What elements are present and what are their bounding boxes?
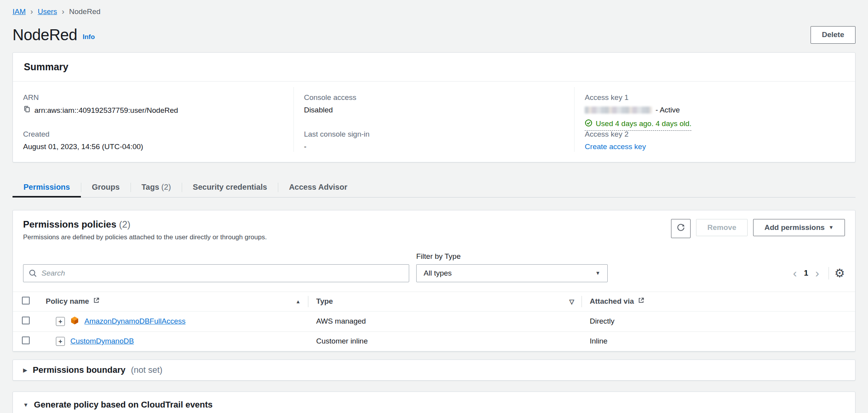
expand-row-icon[interactable]: + [56,317,65,326]
policies-actions: Remove Add permissions ▼ [671,219,845,239]
refresh-button[interactable] [671,219,691,239]
expand-row-icon[interactable]: + [56,337,65,346]
column-header-type[interactable]: Type [316,297,333,306]
search-icon [29,269,37,279]
add-permissions-button[interactable]: Add permissions ▼ [753,219,845,237]
created-value: August 01, 2023, 14:56 (UTC-04:00) [23,142,283,152]
previous-page-button[interactable]: ‹ [789,267,801,279]
breadcrumb-current: NodeRed [69,7,100,16]
breadcrumb-link-iam[interactable]: IAM [13,7,26,16]
triangle-down-icon: ▼ [23,402,29,408]
delete-user-button[interactable]: Delete [811,26,855,44]
column-header-policy-name[interactable]: Policy name [46,297,89,306]
aws-managed-policy-icon [70,316,79,327]
select-all-checkbox[interactable] [22,297,30,304]
breadcrumb: IAM › Users › NodeRed [13,7,855,16]
row-checkbox[interactable] [22,336,30,344]
table-header-row: Policy name ▲ [13,292,855,311]
tab-access-advisor[interactable]: Access Advisor [278,179,358,197]
policy-type-cell: AWS managed [308,311,582,331]
summary-card-header: Summary [13,53,855,82]
filter-by-type-label: Filter by Type [416,252,608,261]
access-key-2-label: Access key 2 [585,130,845,139]
permissions-boundary-status: (not set) [131,365,163,375]
breadcrumb-separator-icon: › [30,7,33,16]
access-key-1-redacted-value [585,107,652,114]
policies-table: Policy name ▲ [13,292,855,351]
console-access-label: Console access [304,93,564,102]
external-link-icon [93,297,100,306]
breadcrumb-link-users[interactable]: Users [38,7,57,16]
create-access-key-link[interactable]: Create access key [585,142,646,151]
page-header: NodeRed Info Delete [13,26,855,44]
arn-value: arn:aws:iam::409192537759:user/NodeRed [34,105,178,116]
access-key-usage-status[interactable]: Used 4 days ago. 4 days old. [585,119,691,131]
user-detail-tabs: Permissions Groups Tags (2) Security cre… [13,179,855,198]
current-page-number[interactable]: 1 [801,269,811,278]
summary-title: Summary [24,61,844,73]
created-field: Created August 01, 2023, 14:56 (UTC-04:0… [23,124,283,152]
last-signin-field: Last console sign-in - [304,124,564,152]
policies-header: Permissions policies (2) Permissions are… [13,210,855,241]
page-title: NodeRed [13,26,77,44]
policies-count: (2) [119,219,130,230]
info-link[interactable]: Info [83,33,95,41]
tab-security-credentials[interactable]: Security credentials [182,179,278,197]
iam-user-detail-page: IAM › Users › NodeRed NodeRed Info Delet… [0,0,868,413]
created-label: Created [23,130,283,139]
pagination-divider [829,267,829,279]
policies-filter-row: Filter by Type All types ▼ ‹ 1 › ⚙ [13,241,855,288]
policy-search-input[interactable] [23,264,409,282]
access-key-1-state: - Active [655,105,680,115]
table-settings-gear-icon[interactable]: ⚙ [834,267,845,279]
policy-attached-via-cell: Inline [582,331,855,351]
policy-type-cell: Customer inline [308,331,582,351]
permissions-boundary-card[interactable]: ▶ Permissions boundary (not set) [13,360,855,381]
summary-card: Summary ARN arn:aws:iam::409192537759:us… [13,52,855,162]
tab-tags[interactable]: Tags (2) [131,179,182,197]
generate-policy-header[interactable]: ▼ Generate policy based on CloudTrail ev… [23,400,845,410]
arn-field: ARN arn:aws:iam::409192537759:user/NodeR… [23,87,283,124]
generate-policy-card: ▼ Generate policy based on CloudTrail ev… [13,392,855,413]
copy-icon[interactable] [23,105,31,116]
policies-description: Permissions are defined by policies atta… [23,233,267,241]
policy-link[interactable]: CustomDymanoDB [70,337,134,345]
summary-column-3: Access key 1 - Active [574,87,855,152]
pagination: ‹ 1 › ⚙ [789,267,845,279]
triangle-right-icon[interactable]: ▶ [23,367,27,373]
refresh-icon [677,223,685,234]
breadcrumb-separator-icon: › [62,7,64,16]
tab-groups[interactable]: Groups [81,179,131,197]
caret-down-icon: ▼ [829,224,834,231]
external-link-icon [638,297,644,306]
arn-label: ARN [23,93,283,102]
last-signin-label: Last console sign-in [304,130,564,139]
last-signin-value: - [304,142,564,152]
policies-title: Permissions policies (2) [23,219,267,230]
remove-policy-button[interactable]: Remove [696,219,748,237]
access-key-1-label: Access key 1 [585,93,845,102]
column-header-attached-via[interactable]: Attached via [590,297,634,306]
table-row: + CustomDymanoDB Customer inline Inline [13,331,855,351]
tab-permissions[interactable]: Permissions [13,179,81,197]
console-access-field: Console access Disabled [304,87,564,124]
column-filter-icon[interactable]: ▽ [569,298,574,305]
row-checkbox[interactable] [22,317,30,324]
summary-column-1: ARN arn:aws:iam::409192537759:user/NodeR… [13,87,294,152]
policy-attached-via-cell: Directly [582,311,855,331]
console-access-value: Disabled [304,105,564,115]
permissions-boundary-title: Permissions boundary [33,365,125,375]
check-circle-icon [585,119,592,129]
next-page-button[interactable]: › [811,267,823,279]
caret-down-icon: ▼ [595,270,600,276]
access-key-1-field: Access key 1 - Active [585,87,845,124]
type-filter-select[interactable]: All types ▼ [416,264,608,282]
summary-column-2: Console access Disabled Last console sig… [294,87,574,152]
permissions-policies-card: Permissions policies (2) Permissions are… [13,210,855,352]
table-row: + AmazonDynamoDBFullAccess AWS [13,311,855,331]
policy-link[interactable]: AmazonDynamoDBFullAccess [84,317,186,326]
sort-ascending-icon[interactable]: ▲ [295,299,301,304]
summary-grid: ARN arn:aws:iam::409192537759:user/NodeR… [13,82,855,162]
generate-policy-title: Generate policy based on CloudTrail even… [34,400,213,410]
